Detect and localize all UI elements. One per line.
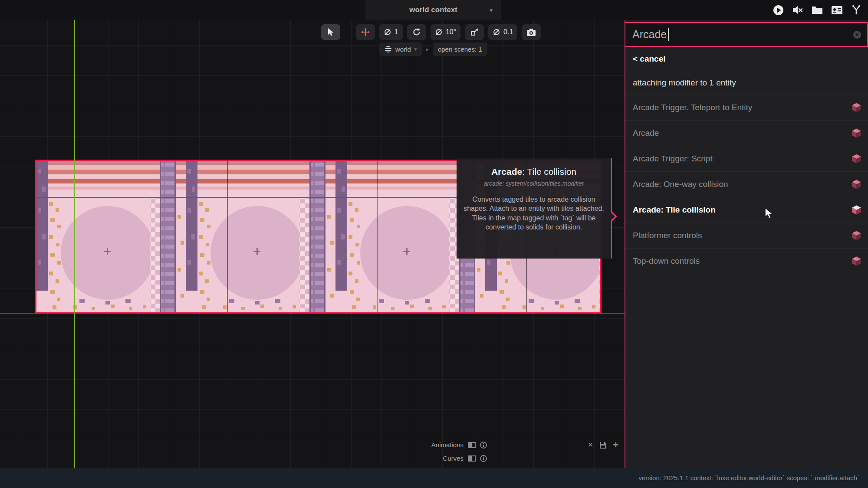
snap-rotate-value: 10° [446, 28, 456, 36]
tooltip-path: arcade: system/collision/tiles.modifier [464, 180, 604, 187]
chevron-right-icon: ▸ [426, 46, 429, 52]
viewport-canvas[interactable]: 1 10° 0.1 world [0, 20, 625, 468]
modifier-icon [851, 102, 862, 114]
animations-actions: ✕ + [588, 440, 618, 450]
origin-guide-vertical [74, 20, 75, 468]
select-tool-button[interactable] [321, 24, 340, 40]
modifier-search-input[interactable]: Arcade [625, 22, 868, 47]
animations-row: Animations [431, 441, 487, 449]
animations-panel-icon[interactable] [468, 442, 476, 448]
chevron-down-icon: ▾ [490, 7, 493, 13]
modifier-picker-panel: Arcade < cancel attaching modifier to 1 … [625, 20, 868, 468]
curves-panel-icon[interactable] [468, 455, 476, 462]
scale-tool-button[interactable] [465, 24, 484, 40]
chunk-divider [227, 160, 228, 313]
animations-label: Animations [431, 441, 464, 449]
move-tool-button[interactable] [356, 24, 375, 40]
version-context-text: version: 2025.1.1 context: `luxe.editor.… [638, 474, 859, 481]
cursor-icon [327, 28, 335, 36]
modifier-icon [851, 128, 862, 139]
move-icon [361, 28, 370, 36]
selection-axis-horizontal [0, 313, 625, 314]
curves-label: Curves [443, 455, 464, 462]
modifier-icon [851, 204, 862, 216]
snap-scale-value: 0.1 [503, 28, 513, 36]
snap-scale-button[interactable]: 0.1 [488, 24, 517, 40]
globe-icon [385, 46, 392, 53]
chevron-down-icon: ▾ [414, 46, 417, 52]
cancel-item[interactable]: < cancel [625, 47, 868, 71]
rotate-tool-button[interactable] [407, 24, 426, 40]
modifier-icon [851, 153, 862, 165]
modifier-icon [851, 230, 862, 242]
topbar: world context ▾ [0, 0, 868, 20]
play-icon[interactable] [772, 3, 785, 16]
list-item[interactable]: Arcade Trigger. Teleport to Entity [625, 95, 868, 121]
clear-search-icon[interactable] [853, 30, 861, 39]
modifier-tooltip: Arcade: Tile collision arcade: system/co… [457, 158, 612, 259]
snap-icon [384, 28, 391, 36]
mute-icon[interactable] [791, 3, 804, 16]
statusbar: version: 2025.1.1 context: `luxe.editor.… [0, 468, 868, 488]
modifier-icon [851, 179, 862, 190]
list-item[interactable]: Arcade [625, 121, 868, 146]
chunk-divider [377, 160, 378, 313]
folder-icon[interactable] [811, 3, 824, 16]
open-scenes-button[interactable]: open scenes: 1 [433, 43, 487, 56]
world-context-label: world context [409, 6, 457, 14]
animations-info-icon[interactable] [480, 442, 487, 449]
modifier-icon [851, 255, 862, 267]
text-caret [668, 28, 669, 41]
viewport-toolbar: 1 10° 0.1 [321, 24, 541, 40]
scene-bar: world ▾ ▸ open scenes: 1 [379, 43, 487, 56]
scale-icon [470, 28, 479, 36]
save-icon[interactable] [599, 442, 607, 449]
world-scene-dropdown[interactable]: world ▾ [379, 43, 422, 56]
open-scenes-label: open scenes: 1 [438, 46, 482, 53]
list-item-selected[interactable]: Arcade: Tile collision [625, 197, 868, 223]
screenshot-button[interactable] [522, 24, 541, 40]
camera-icon [526, 28, 536, 36]
attach-status-item: attaching modifier to 1 entity [625, 71, 868, 95]
search-value: Arcade [632, 28, 667, 41]
curves-row: Curves [443, 455, 487, 462]
luxe-logo-icon[interactable] [850, 3, 863, 16]
snap-icon [493, 28, 500, 36]
topbar-actions [772, 0, 863, 20]
snap-icon [435, 28, 443, 36]
snap-move-button[interactable]: 1 [379, 24, 403, 40]
add-icon[interactable]: + [613, 440, 618, 450]
tooltip-title: Arcade: Tile collision [464, 167, 604, 177]
list-item[interactable]: Top-down controls [625, 249, 868, 274]
list-item[interactable]: Arcade: One-way collision [625, 172, 868, 197]
tooltip-description: Converts tagged tiles to arcade collisio… [464, 195, 604, 232]
list-item[interactable]: Platformer controls [625, 223, 868, 249]
snap-move-value: 1 [395, 28, 398, 36]
list-item[interactable]: Arcade Trigger: Script [625, 146, 868, 172]
world-context-dropdown[interactable]: world context ▾ [365, 0, 501, 20]
world-scene-label: world [395, 46, 411, 53]
idcard-icon[interactable] [830, 3, 843, 16]
snap-rotate-button[interactable]: 10° [431, 24, 460, 40]
world-editor-app: world context ▾ [0, 0, 868, 488]
curves-info-icon[interactable] [480, 455, 487, 462]
rotate-icon [412, 28, 421, 36]
close-icon[interactable]: ✕ [588, 442, 593, 449]
